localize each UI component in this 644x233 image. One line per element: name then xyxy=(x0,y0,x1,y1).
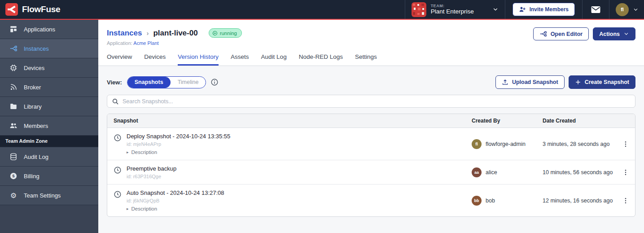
search-input[interactable] xyxy=(123,98,631,105)
tab-devices[interactable]: Devices xyxy=(144,53,166,66)
info-icon[interactable] xyxy=(210,78,219,86)
version-history-content: View: Snapshots Timeline Upload Snapshot xyxy=(98,66,644,233)
view-toggle: Snapshots Timeline xyxy=(127,76,206,88)
team-name: Plant Enterprise xyxy=(431,8,488,15)
sidebar-item-label: Team Settings xyxy=(24,192,61,199)
sidebar-item-members[interactable]: Members xyxy=(0,116,98,136)
envelope-icon xyxy=(591,4,601,15)
snapshot-id: id: mjeN4eAPrp xyxy=(127,141,230,147)
creator-avatar: aa xyxy=(472,167,482,177)
sidebar-item-applications[interactable]: Applications xyxy=(0,20,98,39)
sidebar-item-devices[interactable]: Devices xyxy=(0,58,98,78)
team-settings-icon: ⚙ xyxy=(9,191,18,199)
kebab-menu-icon xyxy=(622,141,629,148)
table-row[interactable]: Auto Snapshot - 2024-10-24 13:27:08 id: … xyxy=(107,185,635,216)
page-title: plant-live-00 xyxy=(153,29,197,38)
flowfuse-logo-icon xyxy=(5,3,18,16)
main-panel: Instances › plant-live-00 running Applic… xyxy=(98,20,644,233)
invite-section: Invite Members xyxy=(505,0,582,19)
toggle-timeline[interactable]: Timeline xyxy=(171,77,206,88)
table-header: Snapshot Created By Date Created xyxy=(107,114,635,128)
chevron-down-icon xyxy=(492,6,499,13)
row-menu-button[interactable] xyxy=(616,160,635,184)
description-toggle[interactable]: ▸ Description xyxy=(127,149,230,155)
invite-members-label: Invite Members xyxy=(530,6,569,13)
sidebar-item-library[interactable]: Library xyxy=(0,97,98,116)
upload-icon xyxy=(502,79,508,86)
sidebar-item-label: Audit Log xyxy=(24,154,48,160)
sidebar-item-label: Instances xyxy=(24,45,49,52)
creator-name: alice xyxy=(486,169,497,176)
instance-tabs: Overview Devices Version History Assets … xyxy=(98,53,644,66)
user-menu[interactable]: fl xyxy=(609,0,644,19)
billing-icon: $ xyxy=(9,172,18,180)
table-row[interactable]: Deploy Snapshot - 2024-10-24 13:35:55 id… xyxy=(107,128,635,160)
library-icon xyxy=(9,102,18,110)
breadcrumb-separator: › xyxy=(146,29,149,37)
sidebar-item-label: Devices xyxy=(24,65,44,71)
sidebar-item-label: Applications xyxy=(24,26,55,33)
creator-avatar: fl xyxy=(472,139,482,149)
invite-members-button[interactable]: Invite Members xyxy=(513,3,575,16)
search-icon xyxy=(112,98,119,105)
team-selector[interactable]: TEAM: Plant Enterprise xyxy=(405,0,505,19)
description-label: Description xyxy=(131,149,158,155)
snapshot-id: id: r63P316Qge xyxy=(127,174,176,179)
row-menu-button[interactable] xyxy=(616,128,635,160)
upload-snapshot-button[interactable]: Upload Snapshot xyxy=(495,75,565,89)
tab-version-history[interactable]: Version History xyxy=(178,53,219,66)
application-link[interactable]: Acme Plant xyxy=(133,40,158,46)
tab-node-red-logs[interactable]: Node-RED Logs xyxy=(299,53,343,66)
snapshot-actions: Upload Snapshot Create Snapshot xyxy=(495,75,635,89)
tab-overview[interactable]: Overview xyxy=(107,53,132,66)
top-navbar: FlowFuse TEAM: Plant Enterprise xyxy=(0,0,644,20)
create-snapshot-button[interactable]: Create Snapshot xyxy=(569,75,635,89)
disclosure-triangle-icon: ▸ xyxy=(127,207,129,211)
toggle-snapshots[interactable]: Snapshots xyxy=(127,77,171,88)
devices-icon xyxy=(9,64,18,72)
table-row[interactable]: Preemptive backup id: r63P316Qge aa alic… xyxy=(107,160,635,185)
application-label: Application: xyxy=(107,40,132,46)
column-created-by: Created By xyxy=(472,114,543,127)
sidebar-item-instances[interactable]: Instances xyxy=(0,39,98,58)
row-menu-button[interactable] xyxy=(616,185,635,216)
sidebar-item-billing[interactable]: $ Billing xyxy=(0,167,98,186)
brand-name: FlowFuse xyxy=(22,4,60,14)
breadcrumb-instances-link[interactable]: Instances xyxy=(107,29,142,38)
clock-icon xyxy=(114,166,122,174)
instances-icon xyxy=(9,44,18,53)
notifications-button[interactable] xyxy=(583,0,609,19)
broker-icon xyxy=(9,83,18,91)
brand[interactable]: FlowFuse xyxy=(0,3,405,16)
tab-assets[interactable]: Assets xyxy=(231,53,249,66)
app-window: FlowFuse TEAM: Plant Enterprise xyxy=(0,0,644,233)
team-avatar xyxy=(412,2,426,17)
tab-audit-log[interactable]: Audit Log xyxy=(261,53,287,66)
search-bar xyxy=(107,95,635,108)
create-snapshot-label: Create Snapshot xyxy=(585,79,629,85)
snapshot-id: id: j6kNGjrQpB xyxy=(127,198,224,203)
view-toolbar: View: Snapshots Timeline Upload Snapshot xyxy=(107,75,635,89)
tab-settings[interactable]: Settings xyxy=(355,53,377,66)
date-created-cell: 10 minutes, 56 seconds ago xyxy=(543,160,616,184)
disclosure-triangle-icon: ▸ xyxy=(127,150,129,154)
view-label: View: xyxy=(107,79,122,86)
description-toggle[interactable]: ▸ Description xyxy=(127,206,224,211)
actions-button[interactable]: Actions xyxy=(593,27,635,40)
creator-avatar-initials: bb xyxy=(474,198,479,203)
audit-log-icon xyxy=(9,153,18,161)
sidebar-item-team-settings[interactable]: ⚙ Team Settings xyxy=(0,186,98,205)
date-created-cell: 12 minutes, 16 seconds ago xyxy=(543,185,616,216)
created-by-cell: fl flowforge-admin xyxy=(472,128,543,160)
sidebar-item-broker[interactable]: Broker xyxy=(0,78,98,97)
application-line: Application: Acme Plant xyxy=(107,40,635,46)
created-by-cell: aa alice xyxy=(472,160,543,184)
kebab-menu-icon xyxy=(622,197,629,204)
members-icon xyxy=(9,122,18,130)
sidebar-item-audit-log[interactable]: Audit Log xyxy=(0,147,98,167)
status-badge-label: running xyxy=(220,31,237,36)
user-avatar-initials: fl xyxy=(621,7,624,12)
open-editor-button[interactable]: Open Editor xyxy=(533,27,589,40)
created-by-cell: bb bob xyxy=(472,185,543,216)
user-avatar: fl xyxy=(616,3,629,16)
